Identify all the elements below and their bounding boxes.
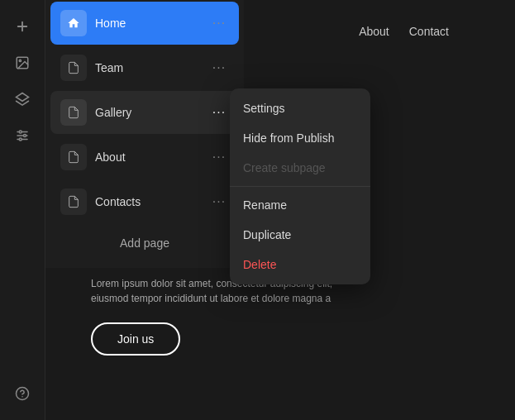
page-item-contacts[interactable]: Contacts ··· (50, 180, 239, 223)
gallery-page-more[interactable]: ··· (209, 103, 229, 122)
add-page-button[interactable]: Add page (55, 228, 234, 258)
home-page-name: Home (95, 17, 209, 30)
filters-button[interactable] (7, 121, 37, 150)
page-item-gallery[interactable]: Gallery ··· (50, 91, 239, 134)
about-page-name: About (95, 150, 209, 164)
page-item-team[interactable]: Team ··· (50, 46, 239, 89)
svg-point-8 (19, 131, 21, 133)
about-page-icon (60, 144, 87, 170)
context-menu-settings[interactable]: Settings (230, 93, 370, 123)
about-page-more[interactable]: ··· (209, 147, 229, 167)
contacts-page-name: Contacts (95, 195, 209, 208)
team-page-more[interactable]: ··· (209, 58, 229, 78)
bg-hero-button: Join us (91, 322, 180, 356)
context-menu-rename[interactable]: Rename (230, 190, 370, 220)
context-menu-divider (230, 186, 370, 187)
svg-marker-4 (17, 93, 29, 102)
svg-point-10 (19, 138, 21, 141)
contacts-page-more[interactable]: ··· (209, 192, 229, 212)
page-item-home[interactable]: Home ··· (50, 2, 239, 45)
context-menu-create-subpage: Create subpage (230, 153, 370, 183)
svg-point-3 (19, 60, 21, 61)
svg-point-9 (24, 135, 26, 137)
contacts-page-icon (60, 189, 87, 215)
gallery-page-name: Gallery (95, 106, 209, 119)
help-button[interactable] (7, 379, 37, 408)
gallery-page-icon (60, 99, 87, 126)
context-menu-duplicate[interactable]: Duplicate (230, 220, 370, 250)
bg-nav-contact: Contact (409, 25, 449, 38)
context-menu-delete[interactable]: Delete (230, 250, 370, 279)
left-toolbar (0, 0, 45, 420)
bg-nav-about: About (359, 25, 389, 38)
media-button[interactable] (7, 48, 37, 78)
home-page-icon (60, 10, 87, 36)
context-menu-hide[interactable]: Hide from Publish (230, 123, 370, 153)
team-page-icon (60, 55, 87, 81)
home-page-more[interactable]: ··· (209, 13, 229, 33)
context-menu: Settings Hide from Publish Create subpag… (230, 88, 370, 284)
add-button[interactable] (7, 12, 37, 41)
pages-panel: Home ··· Team ··· Gallery ··· About ··· (45, 0, 244, 268)
layers-button[interactable] (7, 84, 37, 114)
bg-nav: About Contact (359, 25, 449, 38)
team-page-name: Team (95, 61, 209, 74)
page-item-about[interactable]: About ··· (50, 136, 239, 179)
